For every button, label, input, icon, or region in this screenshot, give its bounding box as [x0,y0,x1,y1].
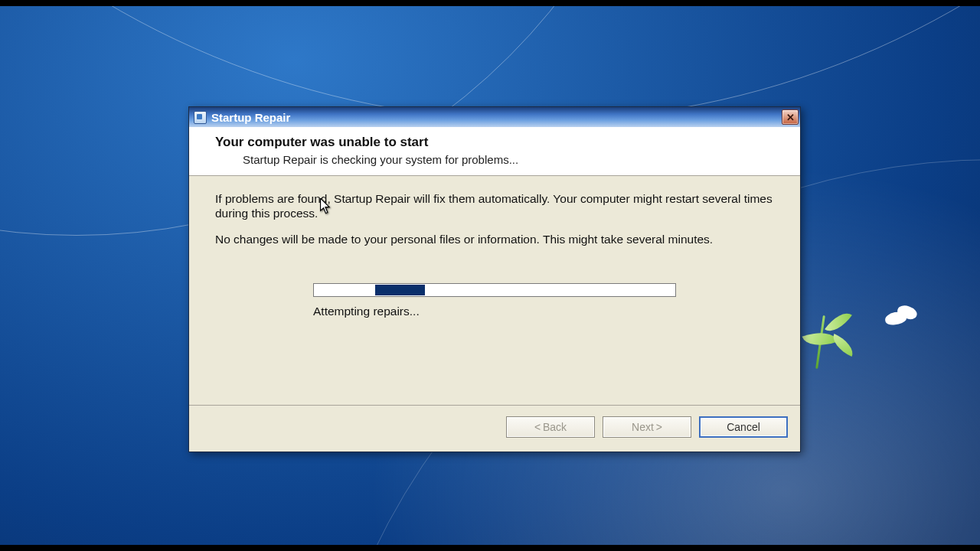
close-button[interactable]: ✕ [782,109,799,125]
body-paragraph: If problems are found, Startup Repair wi… [215,191,774,221]
window-title: Startup Repair [211,111,782,124]
progress-indicator [375,285,425,295]
next-button[interactable]: Next > [603,416,691,438]
progress-bar [313,283,676,297]
back-button[interactable]: < Back [506,416,595,438]
startup-repair-dialog: Startup Repair ✕ Your computer was unabl… [188,106,801,452]
desktop-background: Startup Repair ✕ Your computer was unabl… [0,6,980,545]
wizard-subheading: Startup Repair is checking your system f… [243,153,788,166]
progress-status: Attempting repairs... [313,305,676,318]
app-icon [194,111,207,124]
background-arc [0,6,980,121]
progress-area: Attempting repairs... [313,283,676,318]
cancel-button[interactable]: Cancel [699,416,788,438]
title-bar[interactable]: Startup Repair ✕ [189,107,800,127]
close-icon: ✕ [786,112,795,123]
wizard-footer: < Back Next > Cancel [189,406,800,452]
body-paragraph: No changes will be made to your personal… [215,232,774,246]
wizard-heading: Your computer was unable to start [215,135,788,150]
wizard-header: Your computer was unable to start Startu… [189,127,800,176]
background-foliage [796,277,934,384]
wizard-body: If problems are found, Startup Repair wi… [189,176,800,406]
